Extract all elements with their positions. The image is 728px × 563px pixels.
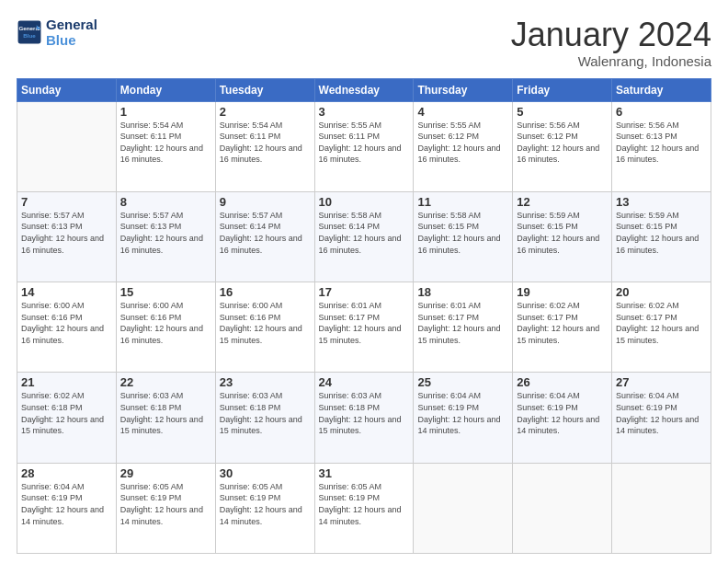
- logo: General Blue General Blue: [17, 17, 97, 48]
- weekday-header-friday: Friday: [513, 78, 612, 101]
- calendar-cell: 13Sunrise: 5:59 AM Sunset: 6:15 PM Dayli…: [612, 191, 711, 282]
- calendar-cell: 31Sunrise: 6:05 AM Sunset: 6:19 PM Dayli…: [314, 463, 414, 553]
- day-info: Sunrise: 6:05 AM Sunset: 6:19 PM Dayligh…: [220, 481, 311, 527]
- day-number: 22: [120, 375, 211, 389]
- calendar-cell: 9Sunrise: 5:57 AM Sunset: 6:14 PM Daylig…: [215, 191, 314, 282]
- day-info: Sunrise: 6:04 AM Sunset: 6:19 PM Dayligh…: [21, 481, 112, 527]
- day-number: 12: [517, 195, 608, 209]
- day-number: 6: [616, 105, 707, 119]
- calendar-cell: 3Sunrise: 5:55 AM Sunset: 6:11 PM Daylig…: [314, 101, 414, 191]
- day-info: Sunrise: 5:59 AM Sunset: 6:15 PM Dayligh…: [616, 210, 707, 256]
- calendar-cell: 6Sunrise: 5:56 AM Sunset: 6:13 PM Daylig…: [612, 101, 711, 191]
- calendar-cell: 19Sunrise: 6:02 AM Sunset: 6:17 PM Dayli…: [513, 282, 612, 373]
- calendar-cell: 17Sunrise: 6:01 AM Sunset: 6:17 PM Dayli…: [314, 282, 414, 373]
- day-info: Sunrise: 5:56 AM Sunset: 6:13 PM Dayligh…: [616, 120, 707, 166]
- day-number: 17: [319, 285, 410, 299]
- day-number: 26: [517, 375, 608, 389]
- day-info: Sunrise: 6:04 AM Sunset: 6:19 PM Dayligh…: [616, 390, 707, 436]
- day-info: Sunrise: 6:00 AM Sunset: 6:16 PM Dayligh…: [120, 300, 211, 346]
- day-number: 9: [220, 195, 311, 209]
- weekday-header-monday: Monday: [116, 78, 215, 101]
- calendar-cell: [513, 463, 612, 553]
- calendar-cell: 25Sunrise: 6:04 AM Sunset: 6:19 PM Dayli…: [414, 373, 513, 463]
- day-info: Sunrise: 5:55 AM Sunset: 6:12 PM Dayligh…: [417, 120, 508, 166]
- day-info: Sunrise: 6:04 AM Sunset: 6:19 PM Dayligh…: [517, 390, 608, 436]
- calendar-cell: 12Sunrise: 5:59 AM Sunset: 6:15 PM Dayli…: [513, 191, 612, 282]
- day-info: Sunrise: 5:57 AM Sunset: 6:13 PM Dayligh…: [21, 210, 112, 256]
- calendar-cell: [612, 463, 711, 553]
- calendar-cell: 2Sunrise: 5:54 AM Sunset: 6:11 PM Daylig…: [215, 101, 314, 191]
- weekday-header-wednesday: Wednesday: [314, 78, 414, 101]
- day-number: 10: [319, 195, 410, 209]
- day-info: Sunrise: 5:58 AM Sunset: 6:15 PM Dayligh…: [417, 210, 508, 256]
- calendar-cell: 23Sunrise: 6:03 AM Sunset: 6:18 PM Dayli…: [215, 373, 314, 463]
- weekday-header-tuesday: Tuesday: [215, 78, 314, 101]
- calendar-cell: 5Sunrise: 5:56 AM Sunset: 6:12 PM Daylig…: [513, 101, 612, 191]
- day-number: 28: [21, 466, 112, 480]
- calendar-week-row: 21Sunrise: 6:02 AM Sunset: 6:18 PM Dayli…: [17, 373, 711, 463]
- day-info: Sunrise: 5:56 AM Sunset: 6:12 PM Dayligh…: [517, 120, 608, 166]
- logo-text: General Blue: [46, 17, 97, 48]
- day-number: 1: [120, 105, 211, 119]
- day-number: 20: [616, 285, 707, 299]
- day-info: Sunrise: 5:54 AM Sunset: 6:11 PM Dayligh…: [220, 120, 311, 166]
- day-number: 13: [616, 195, 707, 209]
- day-number: 18: [417, 285, 508, 299]
- weekday-header-thursday: Thursday: [414, 78, 513, 101]
- weekday-header-sunday: Sunday: [17, 78, 117, 101]
- day-number: 5: [517, 105, 608, 119]
- day-info: Sunrise: 5:58 AM Sunset: 6:14 PM Dayligh…: [319, 210, 410, 256]
- header: General Blue General Blue January 2024 W…: [17, 17, 711, 69]
- day-number: 27: [616, 375, 707, 389]
- day-info: Sunrise: 6:03 AM Sunset: 6:18 PM Dayligh…: [120, 390, 211, 436]
- day-info: Sunrise: 6:03 AM Sunset: 6:18 PM Dayligh…: [319, 390, 410, 436]
- svg-text:Blue: Blue: [23, 32, 36, 39]
- calendar-cell: 20Sunrise: 6:02 AM Sunset: 6:17 PM Dayli…: [612, 282, 711, 373]
- weekday-header-row: SundayMondayTuesdayWednesdayThursdayFrid…: [17, 78, 711, 101]
- calendar-cell: 21Sunrise: 6:02 AM Sunset: 6:18 PM Dayli…: [17, 373, 117, 463]
- calendar-cell: 24Sunrise: 6:03 AM Sunset: 6:18 PM Dayli…: [314, 373, 414, 463]
- location: Walenrang, Indonesia: [511, 53, 711, 69]
- calendar-cell: 7Sunrise: 5:57 AM Sunset: 6:13 PM Daylig…: [17, 191, 117, 282]
- day-info: Sunrise: 6:00 AM Sunset: 6:16 PM Dayligh…: [220, 300, 311, 346]
- calendar-cell: 22Sunrise: 6:03 AM Sunset: 6:18 PM Dayli…: [116, 373, 215, 463]
- weekday-header-saturday: Saturday: [612, 78, 711, 101]
- month-title: January 2024: [511, 17, 711, 53]
- calendar-cell: 14Sunrise: 6:00 AM Sunset: 6:16 PM Dayli…: [17, 282, 117, 373]
- calendar-cell: [17, 101, 117, 191]
- day-info: Sunrise: 5:57 AM Sunset: 6:14 PM Dayligh…: [220, 210, 311, 256]
- day-number: 30: [220, 466, 311, 480]
- day-number: 2: [220, 105, 311, 119]
- calendar-week-row: 28Sunrise: 6:04 AM Sunset: 6:19 PM Dayli…: [17, 463, 711, 553]
- calendar-cell: 26Sunrise: 6:04 AM Sunset: 6:19 PM Dayli…: [513, 373, 612, 463]
- calendar-cell: 1Sunrise: 5:54 AM Sunset: 6:11 PM Daylig…: [116, 101, 215, 191]
- calendar-cell: 28Sunrise: 6:04 AM Sunset: 6:19 PM Dayli…: [17, 463, 117, 553]
- day-info: Sunrise: 5:55 AM Sunset: 6:11 PM Dayligh…: [319, 120, 410, 166]
- day-number: 23: [220, 375, 311, 389]
- day-number: 29: [120, 466, 211, 480]
- day-number: 31: [319, 466, 410, 480]
- calendar-cell: 16Sunrise: 6:00 AM Sunset: 6:16 PM Dayli…: [215, 282, 314, 373]
- day-info: Sunrise: 6:04 AM Sunset: 6:19 PM Dayligh…: [417, 390, 508, 436]
- day-info: Sunrise: 5:59 AM Sunset: 6:15 PM Dayligh…: [517, 210, 608, 256]
- day-number: 14: [21, 285, 112, 299]
- day-info: Sunrise: 6:03 AM Sunset: 6:18 PM Dayligh…: [220, 390, 311, 436]
- logo-icon: General Blue: [17, 19, 42, 45]
- calendar-cell: 10Sunrise: 5:58 AM Sunset: 6:14 PM Dayli…: [314, 191, 414, 282]
- day-number: 15: [120, 285, 211, 299]
- calendar-week-row: 7Sunrise: 5:57 AM Sunset: 6:13 PM Daylig…: [17, 191, 711, 282]
- day-info: Sunrise: 6:02 AM Sunset: 6:17 PM Dayligh…: [616, 300, 707, 346]
- day-info: Sunrise: 6:01 AM Sunset: 6:17 PM Dayligh…: [319, 300, 410, 346]
- title-block: January 2024 Walenrang, Indonesia: [511, 17, 711, 69]
- calendar-cell: 11Sunrise: 5:58 AM Sunset: 6:15 PM Dayli…: [414, 191, 513, 282]
- day-number: 21: [21, 375, 112, 389]
- day-info: Sunrise: 5:57 AM Sunset: 6:13 PM Dayligh…: [120, 210, 211, 256]
- day-number: 19: [517, 285, 608, 299]
- day-number: 24: [319, 375, 410, 389]
- day-info: Sunrise: 6:05 AM Sunset: 6:19 PM Dayligh…: [319, 481, 410, 527]
- calendar-week-row: 1Sunrise: 5:54 AM Sunset: 6:11 PM Daylig…: [17, 101, 711, 191]
- calendar-cell: 27Sunrise: 6:04 AM Sunset: 6:19 PM Dayli…: [612, 373, 711, 463]
- calendar-page: General Blue General Blue January 2024 W…: [0, 0, 728, 563]
- day-number: 16: [220, 285, 311, 299]
- day-info: Sunrise: 6:02 AM Sunset: 6:17 PM Dayligh…: [517, 300, 608, 346]
